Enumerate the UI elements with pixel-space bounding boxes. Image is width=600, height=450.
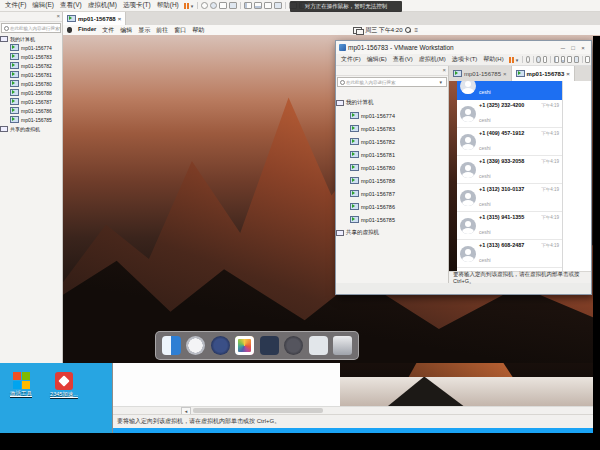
close-icon[interactable]: × — [118, 16, 122, 22]
unity-icon[interactable] — [274, 2, 282, 9]
close-icon[interactable]: × — [442, 67, 446, 73]
macos-menu-item[interactable]: 显示 — [138, 26, 150, 35]
menu-item[interactable]: 编辑(E) — [29, 1, 57, 10]
close-icon[interactable]: × — [56, 13, 60, 19]
chevron-down-icon[interactable]: ▾ — [60, 25, 62, 31]
conversation-item[interactable]: +1 (339) 933-2058 下午4:19 ceshi — [457, 156, 562, 184]
clock-icon[interactable] — [536, 56, 540, 63]
vm-display[interactable]: 下午4:19 ceshi +1 (325) 232-4200 下午4:19 — [449, 81, 591, 283]
conversation-item[interactable]: +1 (312) 310-0137 下午4:19 ceshi — [457, 184, 562, 212]
envelope-icon[interactable] — [585, 56, 590, 63]
ctrl-alt-del-icon[interactable] — [526, 56, 530, 63]
macos-menu-item[interactable]: 帮助 — [192, 26, 204, 35]
conversation-selected[interactable]: 下午4:19 ceshi — [457, 81, 562, 100]
spotlight-icon[interactable] — [405, 27, 411, 33]
macos-menu-item[interactable]: Finder — [78, 26, 96, 35]
menu-item[interactable]: 虚拟机(M) — [416, 55, 449, 64]
pause-icon[interactable] — [184, 3, 189, 9]
vm-tree-item[interactable]: mp01-156781 — [0, 70, 62, 79]
conversation-item[interactable]: +1 (409) 457-1912 下午4:19 ceshi — [457, 128, 562, 156]
library-search[interactable]: 在此处输入内容进行搜索 ▾ — [337, 77, 447, 87]
close-icon[interactable]: × — [566, 71, 570, 77]
clock-icon[interactable] — [210, 2, 217, 9]
vm-tree-item[interactable]: mp01-156785 — [0, 115, 62, 124]
vm-tree-item[interactable]: mp01-156780 — [336, 161, 448, 174]
desktop-icon-2345[interactable]: 2345加速... — [44, 372, 84, 397]
dock-icon[interactable] — [162, 336, 181, 355]
tree-root-my-computer[interactable]: 我的计算机 — [0, 34, 62, 43]
chevron-down-icon[interactable]: ▾ — [191, 3, 194, 9]
vm-tree-item[interactable]: mp01-156782 — [336, 135, 448, 148]
unity-icon[interactable] — [574, 56, 579, 63]
dock-icon[interactable] — [235, 336, 254, 355]
vm-tab-active[interactable]: mp01-156783 × — [512, 66, 575, 81]
vm-tree-item[interactable]: mp01-156782 — [0, 61, 62, 70]
vm-tab[interactable]: mp01-156785 × — [449, 66, 512, 81]
vm-tree-item[interactable]: mp01-156785 — [336, 213, 448, 226]
conversation-item[interactable]: +1 (315) 941-1355 下午4:19 ceshi — [457, 212, 562, 240]
vm-tree-item[interactable]: mp01-156787 — [336, 187, 448, 200]
vm-tree-item[interactable]: mp01-156783 — [336, 122, 448, 135]
snapshot-icon[interactable] — [543, 56, 548, 63]
menu-item[interactable]: 文件(F) — [338, 55, 364, 64]
macos-menu-item[interactable]: 窗口 — [174, 26, 186, 35]
tree-shared-vms[interactable]: 共享的虚拟机 — [336, 226, 448, 239]
thumbnail-bar-icon[interactable] — [254, 2, 262, 9]
pause-icon[interactable] — [509, 57, 514, 63]
display-icon[interactable] — [353, 27, 362, 34]
menu-item[interactable]: 编辑(E) — [364, 55, 390, 64]
vm-tab[interactable]: mp01-156788 × — [63, 12, 126, 25]
dock-icon[interactable] — [186, 336, 205, 355]
fullscreen-icon[interactable] — [567, 56, 572, 63]
vm-tree-item[interactable]: mp01-156780 — [0, 79, 62, 88]
ctrl-alt-del-icon[interactable] — [201, 2, 208, 9]
conversation-item[interactable]: +1 (325) 232-4200 下午4:19 ceshi — [457, 100, 562, 128]
close-icon[interactable]: × — [503, 71, 507, 77]
vm-tree-item[interactable]: mp01-156786 — [336, 200, 448, 213]
vm-tree-item[interactable]: mp01-156786 — [0, 106, 62, 115]
vm-tree-item[interactable]: mp01-156783 — [0, 52, 62, 61]
dock-icon[interactable] — [333, 336, 352, 355]
vm-tree-item[interactable]: mp01-156774 — [336, 109, 448, 122]
macos-menu-item[interactable]: 编辑 — [120, 26, 132, 35]
menu-item[interactable]: 选项卡(T) — [449, 55, 481, 64]
macos-menu-item[interactable]: 前往 — [156, 26, 168, 35]
chevron-down-icon[interactable]: ▾ — [439, 79, 442, 85]
menu-item[interactable]: 文件(F) — [2, 1, 29, 10]
maximize-button[interactable]: □ — [568, 45, 578, 51]
menu-item[interactable]: 查看(V) — [390, 55, 416, 64]
conversation-item[interactable]: +1 (313) 608-2487 下午4:19 ceshi — [457, 240, 562, 268]
snapshot-icon[interactable] — [219, 2, 227, 9]
desktop-icon-activator[interactable]: 激活工具 — [1, 372, 41, 396]
library-search[interactable]: 在此处输入内容进行搜索 ▾ — [1, 23, 61, 33]
tree-shared-vms[interactable]: 共享的虚拟机 — [0, 124, 62, 133]
dock-icon[interactable] — [284, 336, 303, 355]
notification-center-icon[interactable]: ≡ — [414, 27, 418, 33]
vm-tree-item[interactable]: mp01-156787 — [0, 97, 62, 106]
settings-icon[interactable] — [229, 2, 237, 9]
vm-tree-item[interactable]: mp01-156781 — [336, 148, 448, 161]
menu-item[interactable]: 帮助(H) — [154, 1, 182, 10]
menubar-clock[interactable]: 周三 下午4:20 — [365, 26, 402, 35]
menu-item[interactable]: 虚拟机(M) — [85, 1, 120, 10]
close-button[interactable]: × — [578, 45, 588, 51]
vm-tree-item[interactable]: mp01-156788 — [0, 88, 62, 97]
vm-tree-item[interactable]: mp01-156774 — [0, 43, 62, 52]
menu-item[interactable]: 查看(V) — [57, 1, 85, 10]
macos-menu-item[interactable]: 文件 — [102, 26, 114, 35]
menu-item[interactable]: 选项卡(T) — [120, 1, 154, 10]
tree-root-my-computer[interactable]: 我的计算机 — [336, 96, 448, 109]
library-panel-icon[interactable] — [244, 2, 252, 9]
vm-tree-item[interactable]: mp01-156788 — [336, 174, 448, 187]
chevron-down-icon[interactable]: ▾ — [516, 57, 519, 63]
dock-icon[interactable] — [211, 336, 230, 355]
minimize-button[interactable]: ─ — [558, 45, 568, 51]
apple-menu-icon[interactable] — [67, 27, 72, 33]
dock-icon[interactable] — [260, 336, 279, 355]
thumbnail-bar-icon[interactable] — [561, 56, 566, 63]
fullscreen-icon[interactable] — [264, 2, 272, 9]
title-bar[interactable]: mp01-156783 - VMware Workstation ─ □ × — [336, 41, 591, 54]
library-panel-icon[interactable] — [554, 56, 559, 63]
dock-icon[interactable] — [309, 336, 328, 355]
scrollbar-thumb[interactable] — [193, 408, 323, 413]
